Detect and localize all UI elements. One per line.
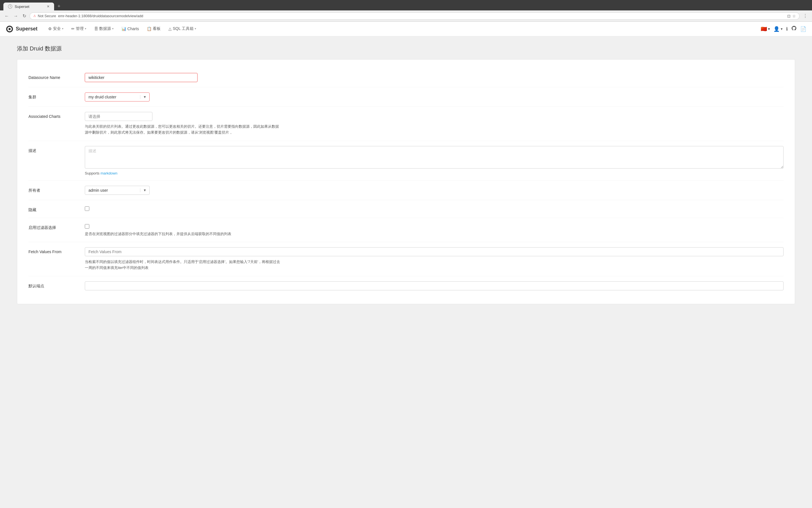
filter-select-label: 启用过滤器选择 xyxy=(29,223,85,230)
url-text: Not Secure emr-header-1:18088/druiddatas… xyxy=(38,14,785,18)
nav-item-datasource[interactable]: 🗄 数据源 ▾ xyxy=(90,22,118,36)
fetch-values-row: Fetch Values From 当检索不同的值以填充过滤器组件时，时间表达式… xyxy=(29,242,783,276)
app-logo[interactable]: Superset xyxy=(6,25,38,33)
active-tab[interactable]: Superset ✕ xyxy=(3,3,54,10)
nav-right: 🇨🇳 ▾ 👤 ▾ ℹ 📄 xyxy=(761,26,806,32)
nav-item-security[interactable]: ⚙ 安全 ▾ xyxy=(44,22,67,36)
default-endpoint-input[interactable] xyxy=(85,281,783,290)
cluster-select[interactable]: my druid cluster xyxy=(85,93,140,101)
associated-charts-hint: 与此表关联的切片列表。通过更改此数据源，您可以更改相关的切片。还要注意，切片需要… xyxy=(85,124,282,136)
back-button[interactable]: ← xyxy=(3,12,10,20)
security-caret: ▾ xyxy=(62,27,63,30)
manage-nav-icon: ✏ xyxy=(71,27,75,31)
markdown-link[interactable]: markdown xyxy=(101,171,118,175)
sql-caret: ▾ xyxy=(195,27,196,30)
flag-icon: 🇨🇳 xyxy=(761,26,767,32)
user-icon: 👤 xyxy=(773,26,780,32)
associated-charts-input[interactable] xyxy=(85,112,152,121)
nav-datasource-label: 数据源 xyxy=(99,26,111,31)
form-container: Datasource Name 集群 my druid cluster ▼ As… xyxy=(17,59,795,304)
owner-control: admin user ▼ xyxy=(85,186,783,195)
datasource-name-label: Datasource Name xyxy=(29,73,85,80)
owner-label: 所有者 xyxy=(29,186,85,193)
app-nav: Superset ⚙ 安全 ▾ ✏ 管理 ▾ 🗄 数据源 ▾ 📊 Charts … xyxy=(0,22,812,36)
nav-manage-label: 管理 xyxy=(76,26,84,31)
datasource-nav-icon: 🗄 xyxy=(94,27,98,31)
fetch-values-label: Fetch Values From xyxy=(29,247,85,254)
cluster-select-wrapper: my druid cluster ▼ xyxy=(85,92,150,101)
toolbar-actions: ⋮ xyxy=(802,12,809,20)
markdown-hint: Supports markdown xyxy=(85,171,783,175)
nav-item-manage[interactable]: ✏ 管理 ▾ xyxy=(67,22,90,36)
address-bar[interactable]: ⚠ Not Secure emr-header-1:18088/druiddat… xyxy=(30,12,800,20)
page-title: 添加 Druid 数据源 xyxy=(17,45,795,52)
datasource-name-input[interactable] xyxy=(85,73,197,82)
owner-dropdown-arrow: ▼ xyxy=(140,188,149,192)
description-label: 描述 xyxy=(29,146,85,153)
owner-row: 所有者 admin user ▼ xyxy=(29,181,783,200)
hidden-checkbox[interactable] xyxy=(85,206,89,211)
nav-item-sql[interactable]: △ SQL 工具箱 ▾ xyxy=(165,22,200,36)
default-endpoint-row: 默认端点 xyxy=(29,276,783,295)
nav-dashboard-label: 看板 xyxy=(153,26,161,31)
tab-title: Superset xyxy=(15,4,29,9)
forward-button[interactable]: → xyxy=(12,12,19,20)
docs-button[interactable]: 📄 xyxy=(800,26,806,32)
hidden-row: 隐藏 xyxy=(29,200,783,218)
associated-charts-label: Associated Charts xyxy=(29,112,85,119)
info-button[interactable]: ℹ xyxy=(786,26,788,32)
extensions-button[interactable]: ⋮ xyxy=(802,12,809,20)
cluster-row: 集群 my druid cluster ▼ xyxy=(29,87,783,107)
description-control: Supports markdown xyxy=(85,146,783,175)
github-button[interactable] xyxy=(791,26,797,32)
browser-toolbar: ← → ↻ ⚠ Not Secure emr-header-1:18088/dr… xyxy=(0,10,812,22)
filter-select-row: 启用过滤器选择 是否在浏览视图的过滤器部分中填充过滤器的下拉列表，并提供从后端获… xyxy=(29,218,783,243)
fetch-values-hint: 当检索不同的值以填充过滤器组件时，时间表达式用作条件。只适用于'启用过滤器选择'… xyxy=(85,259,282,271)
logo-icon xyxy=(6,25,13,33)
security-nav-icon: ⚙ xyxy=(48,27,52,31)
refresh-button[interactable]: ↻ xyxy=(21,12,27,20)
main-content: 添加 Druid 数据源 Datasource Name 集群 my druid… xyxy=(0,36,812,313)
dashboard-nav-icon: 📋 xyxy=(147,27,151,31)
fetch-values-input[interactable] xyxy=(85,247,783,256)
nav-sql-label: SQL 工具箱 xyxy=(173,26,193,31)
default-endpoint-label: 默认端点 xyxy=(29,281,85,289)
manage-caret: ▾ xyxy=(85,27,86,30)
associated-charts-control: 与此表关联的切片列表。通过更改此数据源，您可以更改相关的切片。还要注意，切片需要… xyxy=(85,112,783,136)
security-icon: ⚠ xyxy=(33,14,36,18)
user-menu-button[interactable]: 👤 ▾ xyxy=(773,26,783,32)
filter-select-checkbox[interactable] xyxy=(85,224,89,228)
default-endpoint-control xyxy=(85,281,783,290)
filter-select-control: 是否在浏览视图的过滤器部分中填充过滤器的下拉列表，并提供从后端获取的不同值的列表 xyxy=(85,223,783,237)
flag-caret: ▾ xyxy=(768,27,770,31)
translate-icon: ⊡ xyxy=(787,14,791,18)
datasource-caret: ▾ xyxy=(112,27,114,30)
browser-tabs: Superset ✕ + xyxy=(3,2,809,10)
tab-close-button[interactable]: ✕ xyxy=(47,4,50,8)
charts-nav-icon: 📊 xyxy=(122,27,126,31)
browser-chrome: Superset ✕ + xyxy=(0,0,812,10)
nav-item-charts[interactable]: 📊 Charts xyxy=(118,22,143,36)
cluster-control: my druid cluster ▼ xyxy=(85,92,783,101)
user-caret: ▾ xyxy=(781,27,783,31)
nav-security-label: 安全 xyxy=(53,26,61,31)
new-tab-button[interactable]: + xyxy=(55,2,63,10)
owner-select-wrapper: admin user ▼ xyxy=(85,186,150,195)
description-row: 描述 Supports markdown xyxy=(29,141,783,181)
hidden-control xyxy=(85,205,783,212)
bookmark-icon: ☆ xyxy=(792,14,796,18)
datasource-name-control xyxy=(85,73,783,82)
cluster-label: 集群 xyxy=(29,92,85,100)
cluster-dropdown-arrow: ▼ xyxy=(140,95,149,99)
owner-select[interactable]: admin user xyxy=(85,186,140,195)
tab-favicon xyxy=(8,4,12,9)
nav-item-dashboard[interactable]: 📋 看板 xyxy=(143,22,165,36)
hidden-label: 隐藏 xyxy=(29,205,85,213)
description-textarea[interactable] xyxy=(85,146,783,169)
datasource-name-row: Datasource Name xyxy=(29,68,783,87)
sql-nav-icon: △ xyxy=(169,27,172,31)
language-button[interactable]: 🇨🇳 ▾ xyxy=(761,26,770,32)
fetch-values-control: 当检索不同的值以填充过滤器组件时，时间表达式用作条件。只适用于'启用过滤器选择'… xyxy=(85,247,783,271)
associated-charts-row: Associated Charts 与此表关联的切片列表。通过更改此数据源，您可… xyxy=(29,107,783,141)
logo-text: Superset xyxy=(16,26,38,32)
